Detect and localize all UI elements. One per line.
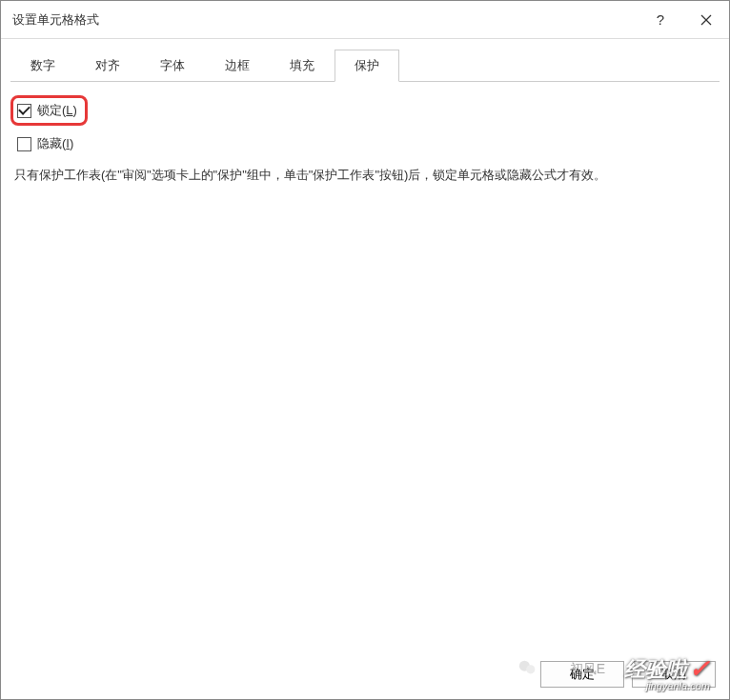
locked-checkbox[interactable] [17, 104, 31, 118]
tab-content: 锁定(L) 隐藏(I) 只有保护工作表(在"审阅"选项卡上的"保护"组中，单击"… [1, 82, 729, 186]
hidden-label: 隐藏(I) [37, 135, 73, 152]
tab-alignment[interactable]: 对齐 [75, 50, 140, 82]
tabs: 数字 对齐 字体 边框 填充 保护 [10, 49, 720, 82]
watermark-extra: 初风E [570, 661, 605, 678]
tab-border[interactable]: 边框 [205, 50, 270, 82]
locked-checkbox-row[interactable]: 锁定(L) [10, 95, 88, 126]
cancel-button[interactable]: 取消 [632, 661, 716, 688]
tab-number[interactable]: 数字 [10, 50, 75, 82]
dialog-title: 设置单元格格式 [12, 11, 638, 29]
tab-fill[interactable]: 填充 [270, 50, 335, 82]
close-icon [700, 14, 712, 26]
tabs-container: 数字 对齐 字体 边框 填充 保护 [1, 39, 729, 82]
dialog-footer: 确定 取消 [540, 661, 716, 688]
hidden-checkbox-row[interactable]: 隐藏(I) [13, 131, 716, 156]
title-buttons: ? [638, 1, 729, 38]
wechat-icon [517, 657, 538, 678]
svg-point-3 [526, 665, 535, 673]
tab-font[interactable]: 字体 [140, 50, 205, 82]
help-button[interactable]: ? [638, 1, 683, 38]
locked-label: 锁定(L) [37, 102, 77, 119]
tab-protection[interactable]: 保护 [335, 50, 399, 82]
close-button[interactable] [683, 1, 729, 38]
hidden-checkbox[interactable] [17, 137, 31, 151]
protection-description: 只有保护工作表(在"审阅"选项卡上的"保护"组中，单击"保护工作表"按钮)后，锁… [14, 166, 716, 186]
title-bar: 设置单元格格式 ? [1, 1, 729, 39]
